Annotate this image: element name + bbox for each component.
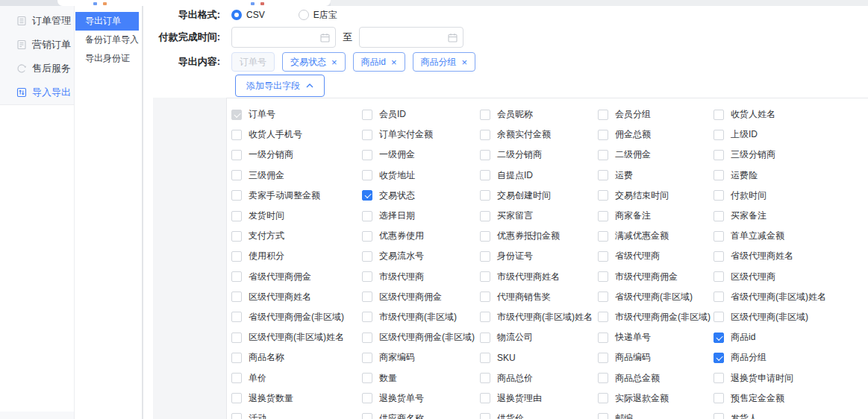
checkbox-icon[interactable] [714,150,724,160]
field-checkbox-item[interactable]: 交易创建时间 [480,189,598,202]
submenu-item-export-orders[interactable]: 导出订单 [75,12,139,31]
checkbox-icon[interactable] [598,170,608,180]
checkbox-icon[interactable] [714,211,724,221]
field-checkbox-item[interactable]: 区级代理商佣金 [362,291,480,303]
remove-tag-icon[interactable]: × [462,57,468,67]
checkbox-icon[interactable] [598,271,608,282]
checkbox-icon[interactable] [231,333,242,343]
field-checkbox-item[interactable]: 省级代理商姓名 [714,250,793,262]
browser-address-bar[interactable] [57,0,331,6]
field-checkbox-item[interactable]: 优惠券抵扣金额 [480,230,598,242]
field-checkbox-item[interactable]: 市级代理商佣金 [598,271,714,283]
export-content-tag[interactable]: 商品id× [353,52,405,72]
field-checkbox-item[interactable]: 会员ID [362,108,480,121]
checkbox-icon[interactable] [231,373,242,383]
checkbox-icon[interactable] [598,150,608,160]
field-checkbox-item[interactable]: 供应商名称 [362,412,480,419]
checkbox-icon[interactable] [598,130,608,140]
checkbox-icon[interactable] [231,271,242,282]
field-checkbox-item[interactable]: 运费险 [714,169,758,182]
field-checkbox-item[interactable]: 发货人 [714,412,758,419]
field-checkbox-item[interactable]: 物流公司 [480,331,598,344]
checkbox-icon[interactable] [231,413,242,419]
add-export-fields-button[interactable]: 添加导出字段 [235,75,325,97]
end-date-field[interactable] [359,27,463,48]
splitter-line[interactable] [142,6,143,419]
checkbox-icon[interactable] [480,150,490,160]
checkbox-icon[interactable] [480,413,490,419]
field-checkbox-item[interactable]: 会员分组 [598,108,714,121]
checkbox-icon[interactable] [714,190,724,201]
checkbox-icon[interactable] [362,333,372,343]
checkbox-icon[interactable] [231,251,242,262]
field-checkbox-item[interactable]: 省级代理商(非区域) [598,291,714,303]
checkbox-icon[interactable] [362,373,372,383]
field-checkbox-item[interactable]: 单价 [231,372,362,385]
checkbox-icon[interactable] [231,170,242,180]
field-checkbox-item[interactable]: 快递单号 [598,331,714,344]
checkbox-icon[interactable] [362,353,372,363]
field-checkbox-item[interactable]: 省级代理商佣金 [231,271,362,283]
checkbox-icon[interactable] [480,373,490,383]
sidebar-item-marketing-orders[interactable]: 营销订单 [0,33,74,57]
checkbox-icon[interactable] [714,231,724,242]
field-checkbox-item[interactable]: 满减优惠金额 [598,230,714,242]
field-checkbox-item[interactable]: 商家编码 [362,351,480,364]
checkbox-icon[interactable] [714,413,724,419]
field-checkbox-item[interactable]: 二级分销商 [480,148,598,161]
field-checkbox-item[interactable]: 交易流水号 [362,250,480,262]
field-checkbox-item[interactable]: 退换货申请时间 [714,372,793,385]
field-checkbox-item[interactable]: 卖家手动调整金额 [231,189,362,202]
checkbox-icon[interactable] [714,312,724,322]
checkbox-icon[interactable] [598,393,608,403]
field-checkbox-item[interactable]: 区级代理商(非区域)姓名 [231,331,362,344]
field-checkbox-item[interactable]: 三级佣金 [231,169,362,182]
field-checkbox-item[interactable]: 首单立减金额 [714,230,784,242]
checkbox-icon[interactable] [231,190,242,201]
field-checkbox-item[interactable]: 市级代理商姓名 [480,271,598,283]
export-content-tag[interactable]: 商品分组× [413,52,476,72]
field-checkbox-item[interactable]: 区级代理商佣金(非区域) [362,331,480,344]
field-checkbox-item[interactable]: 商品名称 [231,351,362,364]
checkbox-icon[interactable] [714,110,724,120]
checkbox-icon[interactable] [714,130,724,140]
checkbox-icon[interactable] [598,353,608,363]
field-checkbox-item[interactable]: 退换货单号 [362,392,480,405]
checkbox-icon[interactable] [598,190,608,201]
checkbox-icon[interactable] [362,393,372,403]
checkbox-checked-icon[interactable] [714,333,724,343]
checkbox-icon[interactable] [598,110,608,120]
checkbox-icon[interactable] [480,251,490,262]
checkbox-icon[interactable] [480,333,490,343]
checkbox-icon[interactable] [480,393,490,403]
export-format-option-1[interactable]: E店宝 [299,9,337,22]
checkbox-icon[interactable] [598,251,608,262]
export-format-option-0[interactable]: CSV [231,10,265,20]
checkbox-icon[interactable] [362,312,372,322]
checkbox-icon[interactable] [362,271,372,282]
field-checkbox-item[interactable]: 收货人手机号 [231,128,362,141]
checkbox-icon[interactable] [714,170,724,180]
field-checkbox-item[interactable]: 市级代理商佣金(非区域) [598,311,714,324]
field-checkbox-item[interactable]: 实际退款金额 [598,392,714,405]
field-checkbox-item[interactable]: 使用积分 [231,250,362,262]
checkbox-icon[interactable] [231,292,242,302]
field-checkbox-item[interactable]: 优惠券使用 [362,230,480,242]
checkbox-icon[interactable] [362,413,372,419]
submenu-item-export-id-card[interactable]: 导出身份证 [75,49,139,68]
checkbox-icon[interactable] [231,211,242,221]
checkbox-icon[interactable] [231,393,242,403]
checkbox-icon[interactable] [362,231,372,242]
field-checkbox-item[interactable]: 订单实付金额 [362,128,480,141]
checkbox-icon[interactable] [231,353,242,363]
field-checkbox-item[interactable]: 一级分销商 [231,148,362,161]
checkbox-checked-icon[interactable] [362,190,372,201]
field-checkbox-item[interactable]: 商品分组 [714,351,766,364]
checkbox-icon[interactable] [231,130,242,140]
checkbox-icon[interactable] [480,271,490,282]
remove-tag-icon[interactable]: × [391,57,397,67]
sidebar-item-after-sale-service[interactable]: 售后服务 [0,57,74,81]
checkbox-icon[interactable] [231,150,242,160]
remove-tag-icon[interactable]: × [331,57,337,67]
checkbox-icon[interactable] [480,170,490,180]
